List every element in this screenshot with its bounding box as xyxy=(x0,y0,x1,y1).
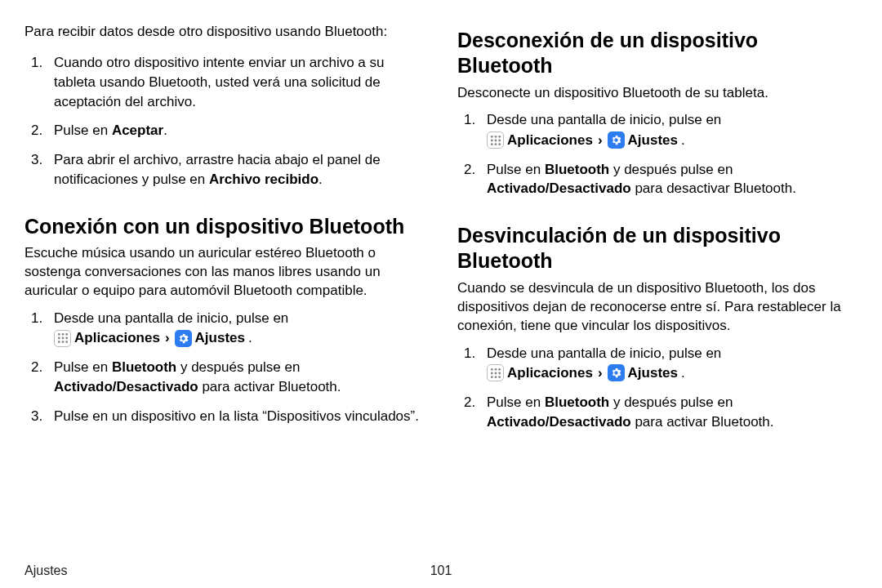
heading-disconnect: Desconexión de un dispositivo Bluetooth xyxy=(457,28,858,79)
steps-receive: Cuando otro dispositivo intente enviar u… xyxy=(24,53,425,189)
svg-point-15 xyxy=(490,143,492,145)
apps-label: Aplicaciones xyxy=(507,131,593,150)
settings-label: Ajustes xyxy=(628,131,678,150)
settings-label: Ajustes xyxy=(628,363,678,383)
svg-point-16 xyxy=(494,143,497,145)
svg-point-23 xyxy=(498,372,501,374)
apps-label: Aplicaciones xyxy=(74,328,160,348)
desc-unpair: Cuando se desvincula de un dispositivo B… xyxy=(457,279,858,336)
svg-point-6 xyxy=(57,341,60,343)
right-column: Desconexión de un dispositivo Bluetooth … xyxy=(457,23,858,441)
step-connect-1: Desde una pantalla de inicio, pulse en A… xyxy=(24,309,425,348)
svg-point-22 xyxy=(494,372,497,374)
svg-point-26 xyxy=(498,376,501,378)
footer-section: Ajustes xyxy=(24,564,67,577)
svg-point-1 xyxy=(61,333,64,336)
svg-point-4 xyxy=(61,337,64,340)
heading-connect: Conexión con un dispositivo Bluetooth xyxy=(24,214,425,239)
steps-unpair: Desde una pantalla de inicio, pulse en A… xyxy=(457,344,858,432)
desc-connect: Escuche música usando un auricular estér… xyxy=(24,244,425,301)
step-disconnect-2: Pulse en Bluetooth y después pulse en Ac… xyxy=(457,160,858,199)
breadcrumb-separator: › xyxy=(596,363,604,383)
step-connect-2: Pulse en Bluetooth y después pulse en Ac… xyxy=(24,358,425,397)
svg-point-13 xyxy=(494,139,497,141)
step-receive-1: Cuando otro dispositivo intente enviar u… xyxy=(24,53,425,111)
step-unpair-2: Pulse en Bluetooth y después pulse en Ac… xyxy=(457,393,858,432)
step-receive-3: Para abrir el archivo, arrastre hacia ab… xyxy=(24,150,425,189)
svg-point-14 xyxy=(498,139,501,141)
page-footer: Ajustes 101 xyxy=(24,564,858,578)
gear-icon xyxy=(608,131,625,149)
svg-point-0 xyxy=(57,333,60,336)
svg-point-10 xyxy=(494,136,497,138)
svg-point-12 xyxy=(490,139,492,141)
svg-point-2 xyxy=(65,333,68,336)
steps-connect: Desde una pantalla de inicio, pulse en A… xyxy=(24,309,425,426)
settings-label: Ajustes xyxy=(195,328,245,348)
svg-point-19 xyxy=(494,368,497,371)
apps-label: Aplicaciones xyxy=(507,363,593,383)
svg-point-3 xyxy=(57,337,60,340)
apps-icon xyxy=(487,131,504,149)
svg-point-9 xyxy=(490,136,492,138)
step-connect-3: Pulse en un dispositivo en la lista “Dis… xyxy=(24,407,425,426)
gear-icon xyxy=(608,364,625,381)
step-unpair-1: Desde una pantalla de inicio, pulse en A… xyxy=(457,344,858,383)
svg-point-5 xyxy=(65,337,68,340)
steps-disconnect: Desde una pantalla de inicio, pulse en A… xyxy=(457,110,858,198)
left-column: Para recibir datos desde otro dispositiv… xyxy=(24,23,425,441)
breadcrumb-separator: › xyxy=(163,328,172,348)
svg-point-11 xyxy=(498,136,501,138)
svg-point-17 xyxy=(498,143,501,145)
heading-unpair: Desvinculación de un dispositivo Bluetoo… xyxy=(457,223,858,274)
breadcrumb-separator: › xyxy=(596,131,604,150)
apps-icon xyxy=(487,364,504,381)
intro-receive: Para recibir datos desde otro dispositiv… xyxy=(24,23,425,42)
svg-point-21 xyxy=(490,372,492,374)
svg-point-20 xyxy=(498,368,501,371)
svg-point-7 xyxy=(61,341,64,343)
apps-icon xyxy=(54,330,71,347)
page-number: 101 xyxy=(430,564,452,578)
step-receive-2: Pulse en Aceptar. xyxy=(24,121,425,140)
svg-point-24 xyxy=(490,376,492,378)
desc-disconnect: Desconecte un dispositivo Bluetooth de s… xyxy=(457,84,858,103)
gear-icon xyxy=(175,330,192,347)
step-disconnect-1: Desde una pantalla de inicio, pulse en A… xyxy=(457,110,858,149)
svg-point-18 xyxy=(490,368,492,371)
svg-point-8 xyxy=(65,341,68,343)
svg-point-25 xyxy=(494,376,497,378)
